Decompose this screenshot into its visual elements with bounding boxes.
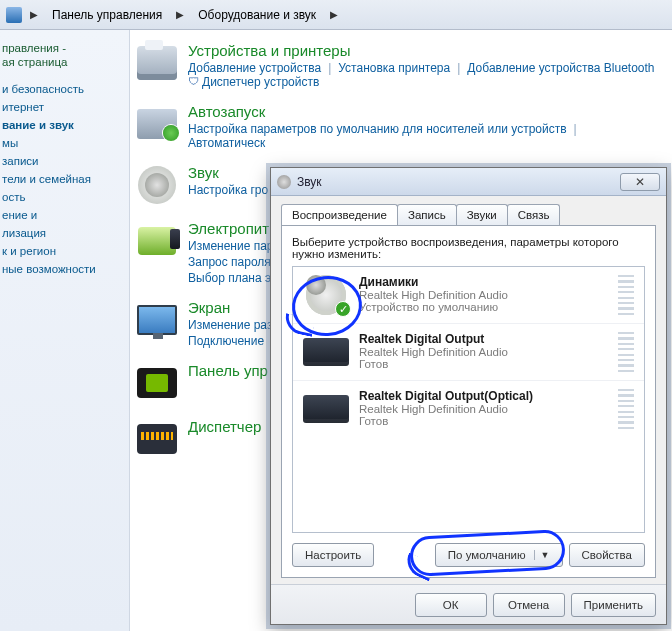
device-name: Realtek Digital Output(Optical) <box>359 389 608 403</box>
dialog-footer: ОК Отмена Применить <box>271 584 666 624</box>
level-meter <box>618 275 634 315</box>
device-name: Realtek Digital Output <box>359 332 608 346</box>
category-link[interactable]: Добавление устройства <box>188 61 321 75</box>
sidebar-item[interactable]: записи <box>0 152 129 170</box>
close-button[interactable]: ✕ <box>620 173 660 191</box>
sound-dialog: Звук ✕ Воспроизведение Запись Звуки Связ… <box>270 167 667 625</box>
category-link[interactable]: Настройка гро <box>188 183 268 197</box>
category-link[interactable]: Настройка параметров по умолчанию для но… <box>188 122 567 136</box>
category-title[interactable]: Устройства и принтеры <box>188 42 672 59</box>
category-link[interactable]: Установка принтера <box>338 61 450 75</box>
device-status: Готов <box>359 358 608 370</box>
configure-button[interactable]: Настроить <box>292 543 374 567</box>
chevron-right-icon[interactable]: ▶ <box>26 9 42 20</box>
properties-button[interactable]: Свойства <box>569 543 646 567</box>
tab-communications[interactable]: Связь <box>507 204 561 225</box>
instruction-text: Выберите устройство воспроизведения, пар… <box>292 236 645 260</box>
sidebar-item[interactable]: мы <box>0 134 129 152</box>
sound-icon <box>138 166 176 204</box>
category-link[interactable]: Диспетчер устройств <box>202 75 319 89</box>
autoplay-icon <box>137 109 177 139</box>
sidebar-item[interactable]: тели и семейная <box>0 170 129 188</box>
device-name: Динамики <box>359 275 608 289</box>
device-item[interactable]: ✓ Динамики Realtek High Definition Audio… <box>293 267 644 323</box>
control-panel-icon <box>6 7 22 23</box>
screen-icon <box>137 305 177 335</box>
breadcrumb-hardware-sound[interactable]: Оборудование и звук <box>192 4 322 26</box>
tab-panel-playback: Выберите устройство воспроизведения, пар… <box>281 225 656 578</box>
apply-button[interactable]: Применить <box>571 593 656 617</box>
printer-icon <box>137 46 177 80</box>
tab-strip: Воспроизведение Запись Звуки Связь <box>281 204 656 225</box>
device-item[interactable]: Realtek Digital Output Realtek High Defi… <box>293 323 644 380</box>
device-list[interactable]: ✓ Динамики Realtek High Definition Audio… <box>292 266 645 533</box>
sidebar-item[interactable]: лизация <box>0 224 129 242</box>
category-link[interactable]: Добавление устройства Bluetooth <box>467 61 654 75</box>
chevron-right-icon[interactable]: ▶ <box>326 9 342 20</box>
chevron-down-icon[interactable]: ▼ <box>534 550 550 560</box>
digital-out-icon <box>303 395 349 423</box>
device-item[interactable]: Realtek Digital Output(Optical) Realtek … <box>293 380 644 437</box>
sidebar-item[interactable]: ные возможности <box>0 260 129 278</box>
chevron-right-icon[interactable]: ▶ <box>172 9 188 20</box>
device-driver: Realtek High Definition Audio <box>359 289 608 301</box>
address-bar: ▶ Панель управления ▶ Оборудование и зву… <box>0 0 672 30</box>
dialog-title: Звук <box>297 175 614 189</box>
set-default-button[interactable]: По умолчанию▼ <box>435 543 563 567</box>
device-driver: Realtek High Definition Audio <box>359 403 608 415</box>
sidebar: правления - ая страница и безопасность и… <box>0 30 130 631</box>
sidebar-item[interactable]: к и регион <box>0 242 129 260</box>
power-icon <box>138 227 176 255</box>
tab-playback[interactable]: Воспроизведение <box>281 204 398 225</box>
sidebar-item-active[interactable]: вание и звук <box>0 116 129 134</box>
level-meter <box>618 389 634 429</box>
shield-icon: 🛡 <box>188 75 199 89</box>
category-link-cut[interactable]: Автоматическ <box>188 136 265 150</box>
device-driver: Realtek High Definition Audio <box>359 346 608 358</box>
sidebar-header: ая страница <box>0 54 129 68</box>
level-meter <box>618 332 634 372</box>
tab-sounds[interactable]: Звуки <box>456 204 508 225</box>
device-status: Готов <box>359 415 608 427</box>
sidebar-item[interactable]: и безопасность <box>0 80 129 98</box>
default-check-icon: ✓ <box>335 301 351 317</box>
nvidia-icon <box>137 368 177 398</box>
tab-recording[interactable]: Запись <box>397 204 457 225</box>
sidebar-item[interactable]: ение и <box>0 206 129 224</box>
cancel-button[interactable]: Отмена <box>493 593 565 617</box>
device-status: Устройство по умолчанию <box>359 301 608 313</box>
dispatcher-icon <box>137 424 177 454</box>
dialog-titlebar[interactable]: Звук ✕ <box>271 168 666 196</box>
breadcrumb-control-panel[interactable]: Панель управления <box>46 4 168 26</box>
digital-out-icon <box>303 338 349 366</box>
ok-button[interactable]: ОК <box>415 593 487 617</box>
speaker-small-icon <box>277 175 291 189</box>
sidebar-header: правления - <box>0 40 129 54</box>
category-title[interactable]: Автозапуск <box>188 103 672 120</box>
sidebar-item[interactable]: итернет <box>0 98 129 116</box>
sidebar-item[interactable]: ость <box>0 188 129 206</box>
